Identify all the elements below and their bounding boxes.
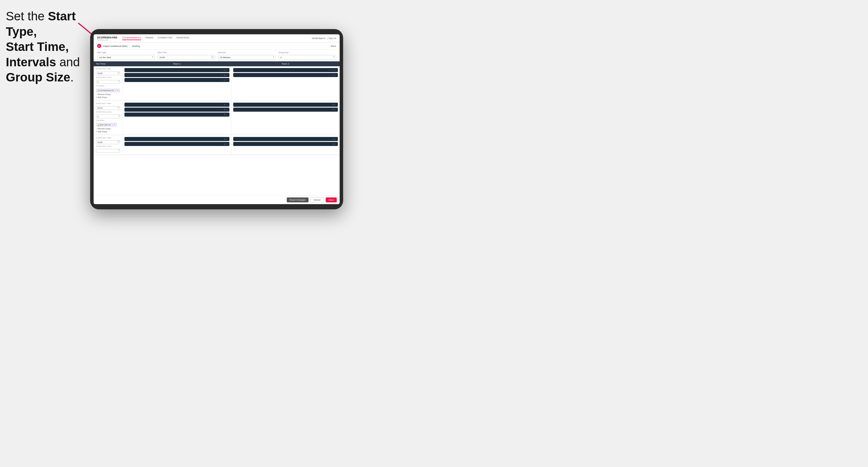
course-label-1: COURSE:: [96, 85, 120, 87]
navbar: SCOREBOARD Powered by clipp TOURNAMENTS …: [94, 34, 340, 42]
course-remove-1[interactable]: ×: [115, 89, 116, 91]
th-team2: Team 2: [231, 61, 340, 66]
course-edit-2[interactable]: ✎: [114, 124, 116, 126]
g2-player-1-3: × ⋮: [124, 113, 229, 117]
clock-icon-2: 🕐: [117, 106, 119, 108]
intervals-select[interactable]: 10 Minutes: [218, 55, 276, 60]
start-time-control: Start Time 🕐: [158, 52, 215, 60]
remove-group-btn-1[interactable]: ○ Remove Group: [96, 93, 120, 96]
intervals-control: Intervals 10 Minutes: [218, 52, 276, 60]
group-size-label: Group Size: [279, 52, 336, 54]
reset-changes-button[interactable]: Reset Changes: [287, 197, 309, 203]
g2-player-2-1: × ⋮: [233, 103, 338, 107]
course-tag-2: ⛳ East Lake GC × ✎: [96, 123, 117, 126]
team1-cell-2: × ⋮ × ⋮ × ⋮: [123, 101, 231, 135]
starting-hole-label-1: STARTING HOLE:: [96, 76, 120, 78]
team2-cell-2: × ⋮ × ⋮: [231, 101, 340, 135]
intervals-select-wrapper: 10 Minutes: [218, 54, 276, 60]
group-size-select[interactable]: 3: [279, 55, 336, 60]
group-row-2: STARTING TIME: 🕐 STARTING HOLE: ▲ ▼: [94, 101, 340, 135]
group-section-2: STARTING TIME: 🕐 STARTING HOLE: ▲ ▼: [94, 101, 340, 135]
start-type-control: Start Type 1st Tee Start: [97, 52, 155, 60]
nav-rankings[interactable]: RANKINGS: [177, 36, 189, 40]
starting-time-field-2[interactable]: [96, 106, 120, 110]
clock-icon-3: 🕐: [117, 141, 119, 143]
g2-player-1-1: × ⋮: [124, 103, 229, 107]
drag-player-2-2[interactable]: ⋮: [334, 74, 336, 76]
group-actions-1: ○ Remove Group + Add Group: [96, 93, 120, 99]
nav-links: TOURNAMENTS TEAMS COMMITTEE RANKINGS: [122, 36, 312, 40]
nav-tournaments[interactable]: TOURNAMENTS: [122, 36, 141, 40]
player-row-2-1: ⋯ × ⋮: [233, 68, 338, 72]
starting-hole-field-3[interactable]: [96, 149, 120, 153]
start-type-select[interactable]: 1st Tee Start: [97, 55, 155, 60]
hole-down-arrow-1[interactable]: ▼: [118, 81, 120, 83]
team1-cell-3: × ⋮ × ⋮: [123, 135, 231, 154]
group-left-2: STARTING TIME: 🕐 STARTING HOLE: ▲ ▼: [94, 101, 123, 135]
player-row-1-1: ⋯ × ⋮: [124, 68, 229, 72]
breadcrumb: Clippd Invitational (Mar) › Hosting: [103, 45, 330, 48]
start-type-label: Start Type: [97, 52, 155, 54]
remove-group-btn-2[interactable]: ○ Remove Group: [96, 127, 120, 130]
player-row-1-2: ⋯ × ⋮: [124, 73, 229, 77]
hole-down-2[interactable]: ▼: [118, 116, 120, 117]
g3-player-1-2: × ⋮: [124, 142, 229, 146]
th-tee-time: Tee Time: [94, 61, 123, 66]
start-time-wrapper: 🕐: [158, 54, 215, 60]
tablet-frame: SCOREBOARD Powered by clipp TOURNAMENTS …: [90, 29, 343, 209]
sign-out-link[interactable]: Sign out: [329, 37, 336, 39]
course-edit-1[interactable]: ✎: [117, 89, 119, 92]
clock-icon: 🕐: [211, 56, 214, 58]
tablet-screen: SCOREBOARD Powered by clipp TOURNAMENTS …: [94, 34, 340, 204]
player-row-2-2: ⋯ × ⋮: [233, 73, 338, 77]
drag-player-1-3[interactable]: ⋮: [225, 79, 228, 82]
team2-cell-3: × ⋮ × ⋮: [231, 135, 340, 154]
start-time-label: Start Time: [158, 52, 215, 54]
user-email: blair@clippd.io: [312, 37, 326, 39]
starting-time-input-1: 🕐: [96, 70, 120, 75]
start-type-select-wrapper: 1st Tee Start: [97, 54, 155, 60]
course-tag-1: ⛳ (A) Peachtree GC × ✎: [96, 89, 120, 92]
course-name-2: East Lake GC: [100, 124, 111, 126]
group-section-1: STARTING TIME: 🕐 STARTING HOLE: ▲ ▼: [94, 66, 340, 101]
hole-down-3[interactable]: ▼: [118, 150, 120, 152]
group-size-control: Group Size 3: [279, 52, 336, 60]
starting-hole-field-1[interactable]: [96, 80, 120, 84]
g3-player-1-1: × ⋮: [124, 137, 229, 141]
clock-icon-1: 🕐: [117, 72, 119, 74]
starting-time-field-3[interactable]: [96, 141, 120, 144]
g3-player-2-2: × ⋮: [233, 142, 338, 146]
drag-player-2-1[interactable]: ⋮: [334, 69, 336, 71]
start-time-input[interactable]: [158, 55, 215, 60]
course-icon-1: ⛳: [97, 89, 99, 91]
group-left-3: STARTING TIME: 🕐 STARTING HOLE: ▲ ▼: [94, 135, 123, 154]
course-name-1: (A) Peachtree GC: [100, 90, 114, 91]
clipp-logo: C: [97, 44, 101, 48]
back-button[interactable]: Back: [330, 45, 336, 48]
table-header: Tee Time Team 1 Team 2: [94, 61, 340, 66]
controls-row: Start Type 1st Tee Start Start Time 🕐 In…: [94, 50, 340, 61]
hole-spinner-arrows-1: ▲ ▼: [118, 79, 120, 84]
starting-hole-field-2[interactable]: [96, 115, 120, 118]
group-left-1: STARTING TIME: 🕐 STARTING HOLE: ▲ ▼: [94, 66, 123, 100]
group-section-3: STARTING TIME: 🕐 STARTING HOLE: ▲ ▼: [94, 135, 340, 155]
logo: SCOREBOARD Powered by clipp: [97, 36, 118, 41]
save-button[interactable]: Save: [326, 197, 337, 203]
group-size-select-wrapper: 3: [279, 54, 336, 60]
add-group-btn-2[interactable]: + Add Group: [96, 130, 120, 133]
nav-teams[interactable]: TEAMS: [145, 36, 154, 40]
add-group-btn-1[interactable]: + Add Group: [96, 96, 120, 99]
cancel-button[interactable]: Cancel: [310, 197, 324, 203]
g3-player-2-1: × ⋮: [233, 137, 338, 141]
intervals-label: Intervals: [218, 52, 276, 54]
group-row-3: STARTING TIME: 🕐 STARTING HOLE: ▲ ▼: [94, 135, 340, 155]
course-remove-2[interactable]: ×: [112, 124, 113, 126]
team1-cell-1: ⋯ × ⋮ ⋯ × ⋮ ⋯ × ⋮: [123, 66, 231, 100]
starting-time-label-1: STARTING TIME:: [96, 68, 120, 70]
nav-committee[interactable]: COMMITTEE: [158, 36, 173, 40]
starting-time-field-1[interactable]: [96, 71, 120, 75]
footer-bar: Reset Changes Cancel Save: [94, 195, 340, 204]
starting-hole-input-1: ▲ ▼: [96, 79, 120, 84]
drag-player-1-2[interactable]: ⋮: [225, 74, 228, 76]
drag-player-1-1[interactable]: ⋮: [225, 69, 228, 71]
